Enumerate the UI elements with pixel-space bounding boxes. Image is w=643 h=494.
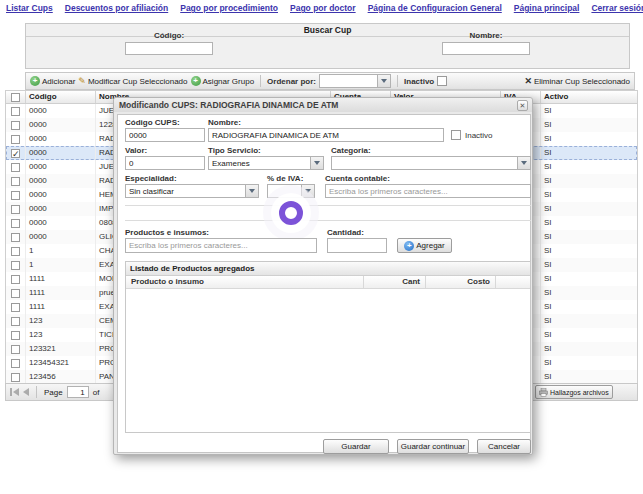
column-header-cant[interactable]: Cant (364, 276, 426, 288)
inactivo-filter-checkbox[interactable] (437, 76, 447, 86)
row-checkbox[interactable] (11, 191, 20, 200)
page-number-input[interactable] (67, 386, 89, 398)
chevron-down-icon[interactable] (377, 75, 390, 87)
nombre-input[interactable] (208, 128, 444, 142)
table-cell: 123 (26, 328, 96, 342)
close-icon[interactable]: ✕ (517, 100, 528, 111)
table-cell: 123 (26, 314, 96, 328)
chevron-down-icon[interactable] (517, 157, 530, 169)
table-cell: SI (541, 118, 637, 132)
especialidad-combo[interactable]: Sin clasificar (125, 184, 259, 198)
row-checkbox[interactable] (11, 275, 20, 284)
table-cell: SI (541, 342, 637, 356)
table-cell: SI (541, 328, 637, 342)
table-cell: 0000 (26, 202, 96, 216)
divider (125, 205, 531, 206)
row-checkbox[interactable] (11, 317, 20, 326)
chevron-down-icon[interactable] (301, 185, 314, 197)
table-cell: SI (541, 188, 637, 202)
row-checkbox[interactable] (11, 303, 20, 312)
row-checkbox[interactable] (11, 373, 20, 382)
adicionar-button[interactable]: Adicionar (30, 76, 75, 86)
column-header-codigo[interactable]: Código (26, 91, 96, 103)
nombre-search-input[interactable] (442, 42, 530, 55)
table-cell: SI (541, 286, 637, 300)
table-cell: SI (541, 202, 637, 216)
hallazgos-archivos-button[interactable]: Hallazgos archivos (535, 385, 613, 399)
nav-link[interactable]: Cerrar sesión (591, 3, 643, 13)
chevron-down-icon[interactable] (310, 157, 323, 169)
table-cell: 1 (26, 258, 96, 272)
header-select-all-checkbox[interactable] (6, 91, 26, 103)
table-cell: SI (541, 356, 637, 370)
row-checkbox[interactable] (11, 107, 20, 116)
pagination-separator (36, 386, 37, 398)
first-page-icon[interactable] (10, 388, 19, 396)
cuenta-contable-input[interactable] (325, 184, 531, 198)
nav-link[interactable]: Pago por procedimiento (180, 3, 278, 13)
nombre-search-label: Nombre: (442, 31, 530, 40)
productos-insumos-input[interactable] (125, 238, 317, 253)
inactivo-checkbox[interactable] (451, 130, 461, 140)
row-checkbox[interactable] (11, 233, 20, 242)
table-cell: SI (541, 174, 637, 188)
row-checkbox[interactable] (11, 219, 20, 228)
codigo-search-input[interactable] (125, 42, 213, 55)
codigo-cups-input[interactable] (125, 128, 205, 142)
table-cell: SI (541, 370, 637, 384)
row-checkbox[interactable] (11, 177, 20, 186)
guardar-button[interactable]: Guardar (323, 439, 389, 454)
table-cell: 0000 (26, 174, 96, 188)
add-group-icon (191, 76, 201, 86)
nav-link[interactable]: Listar Cups (6, 3, 53, 13)
row-checkbox[interactable] (11, 289, 20, 298)
ordenar-por-combo[interactable] (319, 74, 391, 88)
cuenta-contable-label: Cuenta contable: (325, 174, 390, 183)
row-checkbox[interactable] (11, 331, 20, 340)
row-checkbox[interactable] (11, 163, 20, 172)
nav-link[interactable]: Descuentos por afiliación (65, 3, 168, 13)
column-header-costo[interactable]: Costo (426, 276, 496, 288)
eliminar-cup-button[interactable]: Eliminar Cup Seleccionado (524, 76, 630, 86)
table-cell: 0000 (26, 188, 96, 202)
inactivo-label: Inactivo (465, 131, 493, 140)
agregar-button[interactable]: Agregar (397, 238, 452, 253)
delete-x-icon (524, 76, 532, 86)
row-checkbox[interactable] (11, 121, 20, 130)
top-nav: Listar CupsDescuentos por afiliaciónPago… (0, 3, 643, 13)
prev-page-icon[interactable] (23, 388, 29, 396)
nav-link[interactable]: Pago por doctor (290, 3, 356, 13)
agregar-label: Agregar (416, 241, 444, 250)
column-header-activo[interactable]: Activo (541, 91, 637, 103)
nav-link[interactable]: Página principal (514, 3, 580, 13)
iva-combo[interactable] (267, 184, 315, 198)
modificar-cup-button[interactable]: Modificar Cup Seleccionado (78, 76, 187, 86)
column-header-producto[interactable]: Producto o insumo (126, 276, 364, 288)
row-checkbox[interactable] (11, 247, 20, 256)
table-cell: SI (541, 146, 637, 160)
cancelar-button[interactable]: Cancelar (477, 439, 531, 454)
add-icon (404, 241, 414, 251)
table-cell: 123454321 (26, 356, 96, 370)
tipo-servicio-combo[interactable]: Examenes (208, 156, 324, 170)
row-checkbox[interactable] (11, 261, 20, 270)
chevron-down-icon[interactable] (245, 185, 258, 197)
table-cell: 0000 (26, 132, 96, 146)
valor-input[interactable] (125, 156, 205, 170)
printer-icon (539, 388, 548, 397)
row-checkbox[interactable]: ✓ (11, 149, 20, 158)
row-checkbox[interactable] (11, 359, 20, 368)
categoria-combo[interactable] (331, 156, 531, 170)
nav-link[interactable]: Página de Configuracion General (368, 3, 502, 13)
table-cell: SI (541, 272, 637, 286)
row-checkbox[interactable] (11, 205, 20, 214)
asignar-grupo-button[interactable]: Asignar Grupo (191, 76, 255, 86)
guardar-continuar-button[interactable]: Guardar continuar (397, 439, 469, 454)
ordenar-por-label: Ordenar por: (267, 77, 316, 86)
buscar-cup-panel: Buscar Cup Código: Nombre: (25, 23, 630, 69)
row-checkbox[interactable] (11, 135, 20, 144)
cantidad-input[interactable] (327, 238, 387, 253)
pencil-icon (78, 76, 86, 86)
row-checkbox[interactable] (11, 345, 20, 354)
inactivo-filter-label: Inactivo (404, 77, 434, 86)
